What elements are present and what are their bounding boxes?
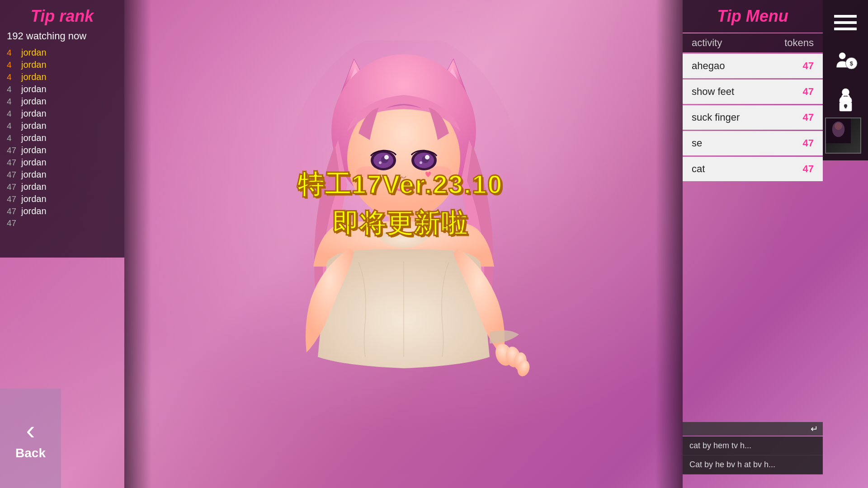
rank-username: jordan: [21, 194, 47, 204]
rank-list-item: 47jordan: [7, 194, 118, 204]
tip-tokens-value: 47: [803, 137, 814, 149]
tip-activity-label: se: [692, 137, 702, 149]
rank-number: 4: [7, 97, 20, 107]
tip-menu-column-headers: activity tokens: [683, 33, 823, 52]
tip-menu-items: ahegao47show feet47suck finger47se47cat4…: [683, 54, 823, 181]
rank-number: 4: [7, 60, 20, 70]
tip-activity-label: cat: [692, 163, 705, 175]
tip-rank-title: Tip rank: [7, 7, 118, 26]
tokens-button[interactable]: $: [827, 43, 863, 79]
token-icon: $: [833, 49, 858, 74]
chat-message: cat by hem tv h...: [683, 436, 823, 455]
rank-list-item: 47: [7, 218, 118, 228]
rank-username: jordan: [21, 169, 47, 180]
rank-number: 47: [7, 218, 20, 228]
rank-username: jordan: [21, 72, 47, 82]
rank-username: jordan: [21, 145, 47, 155]
rank-number: 4: [7, 109, 20, 119]
character-figure: [268, 41, 539, 447]
rank-username: jordan: [21, 133, 47, 143]
scroll-down-icon: ↵: [811, 423, 818, 434]
tip-menu-item[interactable]: ahegao47: [683, 54, 823, 78]
rank-list-item: 4jordan: [7, 96, 118, 107]
hamburger-menu-button[interactable]: [827, 5, 863, 41]
tip-activity-label: suck finger: [692, 112, 740, 123]
tip-menu-header: Tip Menu: [683, 0, 823, 33]
rank-username: jordan: [21, 84, 47, 94]
rank-number: 47: [7, 182, 20, 192]
rank-list-item: 4jordan: [7, 108, 118, 119]
thumbnail-button[interactable]: [827, 120, 863, 156]
chat-panel: cat by hem tv h...Cat by he bv h at bv h…: [683, 436, 823, 474]
chat-message: Cat by he bv h at bv h...: [683, 455, 823, 474]
rank-list-item: 47jordan: [7, 206, 118, 216]
rank-number: 4: [7, 133, 20, 143]
tip-menu-panel: Tip Menu activity tokens ahegao47show fe…: [683, 0, 823, 183]
rank-list: 4jordan4jordan4jordan4jordan4jordan4jord…: [7, 47, 118, 228]
lock-button[interactable]: [827, 81, 863, 117]
svg-text:$: $: [849, 60, 853, 66]
svg-point-33: [835, 122, 842, 130]
rank-username: jordan: [21, 96, 47, 107]
tip-menu-item[interactable]: se47: [683, 131, 823, 155]
svg-point-24: [839, 52, 845, 59]
col-tokens: tokens: [784, 37, 814, 49]
tip-activity-label: show feet: [692, 86, 734, 98]
rank-username: jordan: [21, 157, 47, 168]
tip-menu-item[interactable]: show feet47: [683, 80, 823, 104]
tip-menu-item[interactable]: suck finger47: [683, 105, 823, 130]
rank-number: 47: [7, 145, 20, 155]
svg-point-18: [356, 166, 379, 177]
tip-tokens-value: 47: [803, 163, 814, 175]
rank-number: 4: [7, 84, 20, 94]
svg-point-16: [379, 161, 382, 164]
svg-point-19: [429, 166, 451, 177]
rank-number: 47: [7, 206, 20, 216]
back-button[interactable]: ‹ Back: [0, 389, 61, 488]
rank-list-item: 4jordan: [7, 121, 118, 131]
tip-menu-item[interactable]: cat47: [683, 157, 823, 181]
tip-tokens-value: 47: [803, 112, 814, 123]
rank-list-item: 4jordan: [7, 84, 118, 94]
rank-list-item: 47jordan: [7, 182, 118, 192]
back-label: Back: [15, 446, 46, 460]
rank-list-item: 47jordan: [7, 169, 118, 180]
col-activity: activity: [692, 37, 722, 49]
tip-tokens-value: 47: [803, 86, 814, 98]
rank-username: jordan: [21, 182, 47, 192]
rank-username: jordan: [21, 108, 47, 119]
tip-rank-panel: Tip rank 192 watching now 4jordan4jordan…: [0, 0, 124, 258]
tip-tokens-value: 47: [803, 60, 814, 72]
svg-point-14: [384, 155, 389, 160]
back-arrow-icon: ‹: [26, 417, 35, 444]
thumbnail-preview: [825, 117, 861, 154]
rank-list-item: 4jordan: [7, 47, 118, 58]
rank-number: 4: [7, 48, 20, 58]
rank-list-item: 4jordan: [7, 133, 118, 143]
rank-list-item: 4jordan: [7, 60, 118, 70]
icons-panel: $: [823, 0, 868, 160]
rank-number: 47: [7, 170, 20, 180]
scroll-indicator[interactable]: ↵: [683, 422, 823, 436]
rank-list-item: 47jordan: [7, 145, 118, 155]
tip-activity-label: ahegao: [692, 60, 725, 72]
rank-number: 4: [7, 72, 20, 82]
character-area: [124, 0, 683, 488]
svg-rect-30: [844, 106, 846, 108]
lock-icon: [833, 87, 858, 112]
rank-list-item: 4jordan: [7, 72, 118, 82]
rank-username: jordan: [21, 47, 47, 58]
rank-username: jordan: [21, 60, 47, 70]
rank-list-item: 47jordan: [7, 157, 118, 168]
svg-point-15: [425, 155, 429, 160]
rank-username: jordan: [21, 206, 47, 216]
rank-number: 47: [7, 194, 20, 204]
rank-number: 4: [7, 121, 20, 131]
rank-username: jordan: [21, 121, 47, 131]
watching-now: 192 watching now: [7, 30, 118, 42]
tip-menu-title: Tip Menu: [717, 7, 788, 26]
hamburger-icon: [834, 15, 857, 30]
rank-number: 47: [7, 158, 20, 168]
svg-point-17: [420, 161, 422, 164]
